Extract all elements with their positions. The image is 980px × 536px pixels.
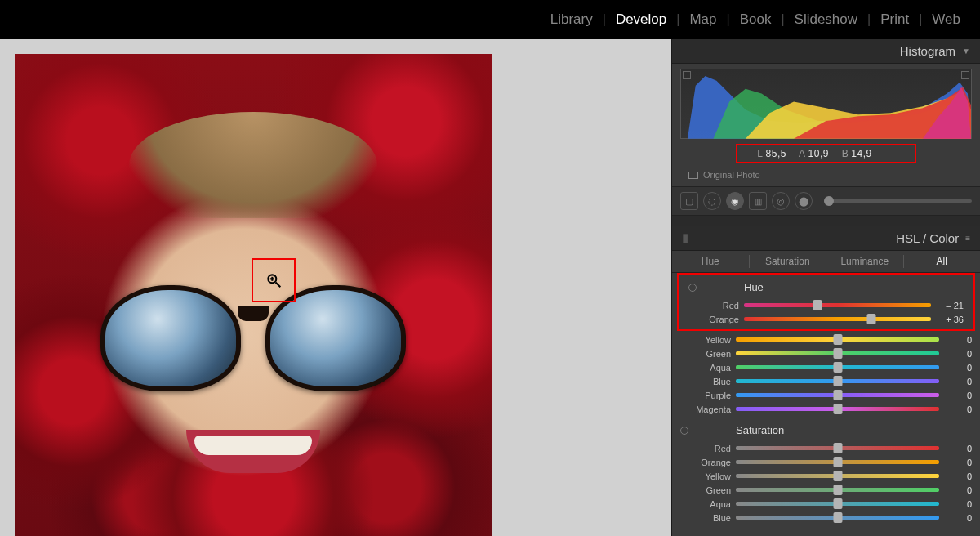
slider-thumb[interactable] (833, 457, 842, 467)
sat-slider-blue[interactable]: Blue 0 (680, 511, 972, 525)
hue-highlight-box: Hue Red 21 Orange 36 (677, 273, 975, 331)
slider-thumb[interactable] (833, 498, 842, 509)
hue-slider-red[interactable]: Red 21 (688, 298, 964, 312)
slider-thumb[interactable] (813, 300, 822, 310)
sat-slider-yellow[interactable]: Yellow 0 (680, 469, 972, 483)
slider-track[interactable] (736, 516, 939, 520)
slider-value: 0 (944, 335, 972, 345)
brush-tool[interactable]: ⬤ (795, 192, 813, 210)
sat-slider-green[interactable]: Green 0 (680, 483, 972, 497)
slider-track[interactable] (736, 474, 939, 478)
tab-develop[interactable]: Develop (609, 11, 673, 28)
slider-track[interactable] (736, 407, 939, 411)
slider-track[interactable] (736, 502, 939, 506)
subtab-hue[interactable]: Hue (672, 251, 749, 272)
slider-label: Blue (680, 513, 731, 523)
slider-thumb[interactable] (833, 348, 842, 359)
slider-label: Green (680, 485, 731, 495)
slider-thumb[interactable] (833, 512, 842, 523)
slider-thumb[interactable] (866, 314, 875, 324)
slider-label: Orange (688, 315, 739, 324)
sat-slider-red[interactable]: Red 0 (680, 441, 972, 455)
tab-map[interactable]: Map (683, 11, 723, 28)
collapse-icon[interactable]: ▼ (962, 47, 970, 56)
magnifier-icon (265, 272, 282, 288)
subtab-all[interactable]: All (904, 251, 981, 272)
histogram-header[interactable]: Histogram ▼ (672, 39, 980, 64)
image-canvas[interactable] (0, 39, 671, 536)
slider-thumb[interactable] (833, 443, 842, 453)
subtab-luminance[interactable]: Luminance (826, 251, 903, 272)
hue-slider-green[interactable]: Green 0 (680, 346, 972, 360)
slider-track[interactable] (736, 460, 939, 464)
hue-slider-purple[interactable]: Purple 0 (680, 388, 972, 402)
histogram-display[interactable] (680, 69, 972, 139)
slider-value: 21 (936, 301, 964, 310)
hsl-title: HSL / Color (896, 231, 959, 245)
slider-track[interactable] (736, 446, 939, 450)
original-photo-toggle[interactable]: Original Photo (680, 167, 972, 183)
slider-value: 0 (944, 471, 972, 481)
slider-thumb[interactable] (833, 404, 842, 414)
targeted-adjust-hue[interactable] (688, 284, 697, 292)
tab-book[interactable]: Book (733, 11, 778, 28)
hue-slider-orange[interactable]: Orange 36 (688, 312, 964, 326)
redeye-tool[interactable]: ◉ (726, 192, 744, 210)
lab-readout: L85,5 A10,9 B14,9 (680, 141, 972, 167)
sat-group-title: Saturation (736, 424, 784, 436)
slider-label: Aqua (680, 363, 731, 373)
tab-slideshow[interactable]: Slideshow (788, 11, 865, 28)
slider-value: 0 (944, 513, 972, 523)
slider-track[interactable] (736, 393, 939, 397)
hue-slider-magenta[interactable]: Magenta 0 (680, 402, 972, 416)
slider-track[interactable] (736, 488, 939, 492)
module-tabs: Library| Develop| Map| Book| Slideshow| … (0, 0, 980, 39)
crop-tool[interactable]: ▢ (680, 192, 698, 210)
hue-slider-yellow[interactable]: Yellow 0 (680, 333, 972, 346)
subtab-saturation[interactable]: Saturation (750, 251, 826, 272)
slider-label: Orange (680, 458, 731, 467)
slider-label: Yellow (680, 335, 731, 345)
slider-value: 0 (944, 458, 972, 467)
slider-thumb[interactable] (833, 390, 842, 400)
hue-group-title: Hue (744, 281, 764, 293)
slider-label: Yellow (680, 471, 731, 481)
grad-tool[interactable]: ▥ (749, 192, 767, 210)
tab-web[interactable]: Web (925, 11, 967, 28)
slider-value: 0 (944, 499, 972, 509)
slider-label: Red (688, 301, 739, 310)
hsl-header[interactable]: ▮ HSL / Color ≡ (672, 226, 980, 251)
slider-label: Red (680, 444, 731, 453)
slider-label: Purple (680, 391, 731, 400)
spot-tool[interactable]: ◌ (703, 192, 721, 210)
targeted-adjust-sat[interactable] (680, 427, 688, 435)
sat-slider-aqua[interactable]: Aqua 0 (680, 497, 972, 511)
slider-thumb[interactable] (833, 362, 842, 373)
slider-label: Aqua (680, 499, 731, 509)
tab-print[interactable]: Print (874, 11, 915, 28)
svg-line-1 (276, 283, 281, 288)
slider-track[interactable] (736, 365, 939, 369)
slider-thumb[interactable] (833, 376, 842, 386)
slider-label: Magenta (680, 404, 731, 414)
slider-thumb[interactable] (833, 334, 842, 345)
hue-slider-aqua[interactable]: Aqua 0 (680, 360, 972, 374)
slider-track[interactable] (744, 303, 931, 307)
slider-track[interactable] (744, 317, 931, 321)
slider-thumb[interactable] (833, 485, 842, 495)
hue-slider-blue[interactable]: Blue 0 (680, 374, 972, 388)
slider-track[interactable] (736, 379, 939, 383)
slider-value: 0 (944, 377, 972, 386)
slider-label: Blue (680, 377, 731, 386)
slider-track[interactable] (736, 337, 939, 342)
tool-amount-slider[interactable] (824, 199, 972, 203)
zoom-cursor-highlight (252, 258, 296, 302)
radial-tool[interactable]: ◎ (772, 192, 790, 210)
slider-value: 36 (936, 315, 964, 324)
tab-library[interactable]: Library (544, 11, 599, 28)
histogram-title: Histogram (900, 44, 956, 58)
slider-thumb[interactable] (833, 471, 842, 481)
hsl-collapse-icon[interactable]: ≡ (965, 234, 970, 243)
sat-slider-orange[interactable]: Orange 0 (680, 455, 972, 469)
slider-track[interactable] (736, 351, 939, 355)
